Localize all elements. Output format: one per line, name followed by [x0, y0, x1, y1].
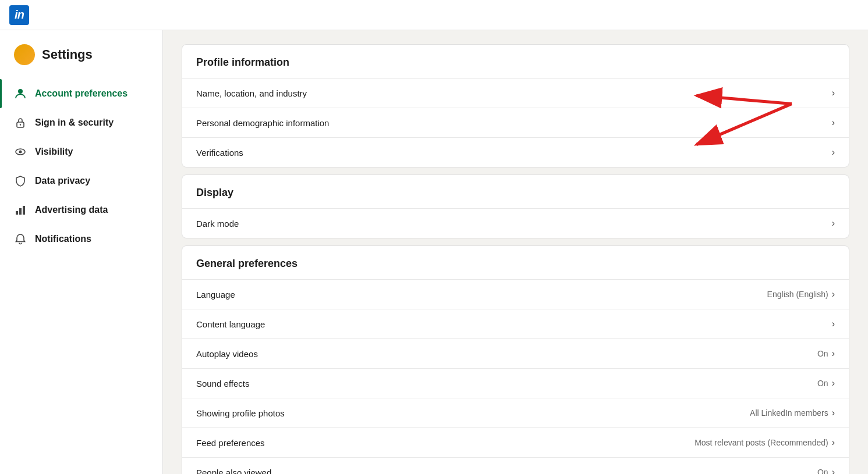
row-left: Dark mode — [196, 219, 832, 229]
display-panel: Display Dark mode › — [182, 174, 849, 238]
chevron-right-icon: › — [832, 319, 835, 329]
sidebar-item-account-preferences[interactable]: Account preferences — [0, 79, 162, 108]
row-left: Feed preferences — [196, 438, 695, 448]
row-right: Most relevant posts (Recommended) › — [695, 437, 835, 448]
svg-rect-5 — [16, 211, 18, 215]
personal-demographic-row[interactable]: Personal demographic information › — [182, 108, 849, 137]
autoplay-videos-row[interactable]: Autoplay videos On › — [182, 338, 849, 368]
sidebar-item-label-sign-in-security: Sign in & security — [35, 117, 114, 128]
svg-rect-6 — [19, 208, 22, 215]
row-left: Name, location, and industry — [196, 88, 832, 98]
row-right: All LinkedIn members › — [750, 408, 835, 418]
row-right: English (English) › — [767, 289, 835, 300]
row-right: › — [832, 88, 835, 98]
sidebar-item-sign-in-security[interactable]: Sign in & security — [0, 108, 162, 137]
row-right: › — [832, 319, 835, 329]
lock-icon — [14, 116, 27, 129]
chart-icon — [14, 204, 27, 216]
dark-mode-label: Dark mode — [196, 219, 239, 229]
language-label: Language — [196, 290, 235, 300]
topbar: in — [0, 0, 868, 30]
verifications-label: Verifications — [196, 148, 243, 158]
showing-profile-photos-row[interactable]: Showing profile photos All LinkedIn memb… — [182, 398, 849, 427]
row-left: Showing profile photos — [196, 408, 750, 418]
people-also-viewed-row[interactable]: People also viewed On › — [182, 457, 849, 474]
profile-information-title: Profile information — [182, 45, 849, 78]
showing-profile-photos-label: Showing profile photos — [196, 408, 285, 418]
feed-preferences-row[interactable]: Feed preferences Most relevant posts (Re… — [182, 427, 849, 457]
sound-effects-value: On — [817, 379, 828, 388]
sidebar-item-notifications[interactable]: Notifications — [0, 224, 162, 254]
chevron-right-icon: › — [832, 218, 835, 229]
chevron-right-icon: › — [832, 437, 835, 448]
linkedin-logo[interactable]: in — [9, 5, 29, 25]
row-right: On › — [817, 467, 835, 474]
sidebar-item-label-notifications: Notifications — [35, 234, 91, 244]
general-preferences-panel: General preferences Language English (En… — [182, 245, 849, 474]
svg-point-0 — [18, 89, 23, 94]
sidebar-item-visibility[interactable]: Visibility — [0, 137, 162, 166]
profile-information-panel: Profile information Name, location, and … — [182, 44, 849, 167]
sidebar-item-label-data-privacy: Data privacy — [35, 176, 90, 186]
sound-effects-label: Sound effects — [196, 379, 249, 389]
svg-point-4 — [19, 151, 22, 154]
sidebar-title: Settings — [42, 47, 93, 62]
row-left: People also viewed — [196, 468, 817, 475]
row-left: Content language — [196, 319, 832, 329]
chevron-right-icon: › — [832, 378, 835, 389]
sidebar-header: Settings — [0, 44, 162, 79]
personal-demographic-label: Personal demographic information — [196, 118, 329, 128]
sound-effects-row[interactable]: Sound effects On › — [182, 368, 849, 398]
row-right: › — [832, 117, 835, 128]
name-location-industry-row[interactable]: Name, location, and industry › — [182, 78, 849, 108]
row-right: On › — [817, 378, 835, 389]
person-icon — [14, 87, 27, 100]
chevron-right-icon: › — [832, 117, 835, 128]
sidebar-item-label-visibility: Visibility — [35, 147, 73, 157]
chevron-right-icon: › — [832, 408, 835, 418]
bell-icon — [14, 233, 27, 245]
chevron-right-icon: › — [832, 289, 835, 300]
chevron-right-icon: › — [832, 467, 835, 474]
people-also-viewed-value: On — [817, 468, 828, 474]
name-location-industry-label: Name, location, and industry — [196, 88, 307, 98]
sidebar-item-advertising-data[interactable]: Advertising data — [0, 195, 162, 224]
autoplay-videos-value: On — [817, 349, 828, 358]
chevron-right-icon: › — [832, 348, 835, 359]
chevron-right-icon: › — [832, 88, 835, 98]
svg-rect-7 — [23, 206, 25, 215]
language-value: English (English) — [767, 290, 828, 299]
dark-mode-row[interactable]: Dark mode › — [182, 208, 849, 238]
shield-icon — [14, 174, 27, 187]
autoplay-videos-label: Autoplay videos — [196, 349, 258, 359]
chevron-right-icon: › — [832, 147, 835, 158]
sidebar-nav: Account preferences Sign in & security — [0, 79, 162, 254]
main-layout: Settings Account preferences — [0, 30, 868, 474]
sidebar-item-data-privacy[interactable]: Data privacy — [0, 166, 162, 195]
content-area: Profile information Name, location, and … — [163, 30, 868, 474]
content-language-label: Content language — [196, 319, 265, 329]
general-preferences-title: General preferences — [182, 246, 849, 279]
people-also-viewed-label: People also viewed — [196, 468, 271, 475]
display-title: Display — [182, 175, 849, 208]
sidebar-item-label-advertising-data: Advertising data — [35, 205, 108, 215]
row-left: Language — [196, 290, 767, 300]
feed-preferences-value: Most relevant posts (Recommended) — [695, 438, 828, 447]
row-right: › — [832, 218, 835, 229]
avatar — [14, 44, 35, 65]
language-row[interactable]: Language English (English) › — [182, 279, 849, 309]
verifications-row[interactable]: Verifications › — [182, 137, 849, 167]
row-left: Verifications — [196, 148, 832, 158]
row-left: Autoplay videos — [196, 349, 817, 359]
svg-point-2 — [20, 124, 21, 125]
row-right: On › — [817, 348, 835, 359]
eye-icon — [14, 145, 27, 158]
row-left: Personal demographic information — [196, 118, 832, 128]
row-right: › — [832, 147, 835, 158]
content-language-row[interactable]: Content language › — [182, 309, 849, 338]
feed-preferences-label: Feed preferences — [196, 438, 265, 448]
row-left: Sound effects — [196, 379, 817, 389]
sidebar-item-label-account-preferences: Account preferences — [35, 88, 127, 99]
sidebar: Settings Account preferences — [0, 30, 163, 474]
showing-profile-photos-value: All LinkedIn members — [750, 408, 828, 418]
